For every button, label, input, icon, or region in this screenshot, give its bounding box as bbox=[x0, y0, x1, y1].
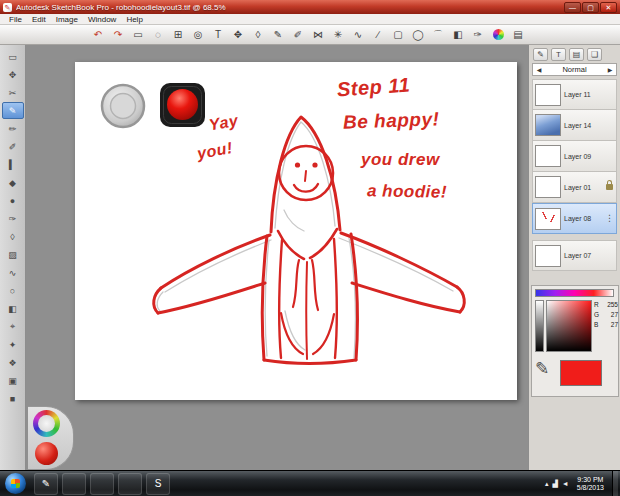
workspace: ▭✥✂✎✏✐▍◆●✑◊▨∿○◧⌖✦❖▣■ bbox=[0, 45, 620, 470]
menu-file[interactable]: File bbox=[4, 15, 27, 24]
pen-icon[interactable]: ✐ bbox=[288, 26, 308, 43]
tool-ballpoint[interactable]: ● bbox=[2, 192, 24, 209]
tool-eyedropper[interactable]: ⌖ bbox=[2, 318, 24, 335]
layer-row[interactable]: Layer 11 ⋮ bbox=[532, 79, 617, 110]
symmetry-y-icon[interactable]: ✳ bbox=[328, 26, 348, 43]
tool-chisel[interactable]: ◆ bbox=[2, 174, 24, 191]
layer-row[interactable]: Layer 08 ⋮ bbox=[532, 203, 617, 234]
tool-custom-2[interactable]: ❖ bbox=[2, 354, 24, 371]
tool-swatch[interactable]: ■ bbox=[2, 390, 24, 407]
text-panel-icon[interactable]: T bbox=[551, 48, 566, 61]
saturation-value-picker[interactable] bbox=[546, 300, 592, 352]
layer-thumbnail[interactable] bbox=[535, 145, 561, 167]
curve-icon[interactable]: ⌒ bbox=[428, 26, 448, 43]
menu-image[interactable]: Image bbox=[51, 15, 83, 24]
layer-options-icon[interactable]: ⋮ bbox=[605, 214, 614, 223]
move-icon[interactable]: ✥ bbox=[228, 26, 248, 43]
marquee-select-icon[interactable]: ▭ bbox=[128, 26, 148, 43]
current-color-swatch[interactable] bbox=[560, 360, 602, 386]
drawing-canvas[interactable]: Step 11 Be happy! you drew a hoodie! Yay… bbox=[75, 62, 517, 400]
skype-icon[interactable]: S bbox=[146, 473, 170, 495]
sketchbook-app-icon[interactable]: ✎ bbox=[34, 473, 58, 495]
tool-selection[interactable]: ▭ bbox=[2, 48, 24, 65]
menu-window[interactable]: Window bbox=[83, 15, 121, 24]
show-desktop-button[interactable] bbox=[612, 471, 618, 496]
media-player-icon[interactable] bbox=[118, 473, 142, 495]
fill-icon[interactable]: ◧ bbox=[448, 26, 468, 43]
tool-felt-pen[interactable]: ✑ bbox=[2, 210, 24, 227]
layer-thumbnail[interactable] bbox=[535, 84, 561, 106]
steady-stroke-icon[interactable]: ∿ bbox=[348, 26, 368, 43]
layer-thumbnail[interactable] bbox=[535, 245, 561, 267]
tool-marker[interactable]: ▍ bbox=[2, 156, 24, 173]
smiley-eyes bbox=[295, 162, 318, 167]
layer-menu-icon[interactable]: ❏ bbox=[587, 48, 602, 61]
brush-puck[interactable] bbox=[35, 442, 58, 465]
crop-icon[interactable]: ⊞ bbox=[168, 26, 188, 43]
tool-brush[interactable]: ✎ bbox=[2, 102, 24, 119]
layer-thumbnail[interactable] bbox=[535, 176, 561, 198]
layer-row[interactable]: Layer 09 ⋮ bbox=[532, 141, 617, 172]
layer-row[interactable]: Layer 07 ⋮ bbox=[532, 240, 617, 271]
menu-help[interactable]: Help bbox=[121, 15, 147, 24]
network-icon[interactable]: ▟ bbox=[552, 480, 557, 488]
hidden-icons-button[interactable]: ▴ bbox=[545, 480, 549, 488]
lasso-select-icon[interactable]: ◌ bbox=[148, 26, 168, 43]
redo-icon[interactable]: ↷ bbox=[108, 26, 128, 43]
color-ball-icon[interactable]: ● bbox=[488, 26, 508, 43]
titlebar[interactable]: ✎ Autodesk SketchBook Pro - robohoodiela… bbox=[0, 0, 620, 14]
system-tray: ▴ ▟ ◄ 9:30 PM 5/8/2013 bbox=[545, 471, 620, 496]
tool-smear[interactable]: ∿ bbox=[2, 264, 24, 281]
start-button[interactable] bbox=[5, 473, 26, 494]
layer-row[interactable]: Layer 01 ⋮ bbox=[532, 172, 617, 203]
menu-edit[interactable]: Edit bbox=[27, 15, 51, 24]
layer-name: Layer 11 bbox=[564, 91, 614, 98]
window-controls: — ▢ ✕ bbox=[564, 2, 617, 13]
minimize-button[interactable]: — bbox=[564, 2, 581, 13]
hue-slider[interactable] bbox=[535, 289, 614, 297]
layer-thumbnail[interactable] bbox=[535, 208, 561, 230]
layer-row[interactable]: Layer 14 ⋮ bbox=[532, 110, 617, 141]
volume-icon[interactable]: ◄ bbox=[562, 480, 569, 487]
blend-mode-label[interactable]: Normal bbox=[545, 65, 604, 74]
tool-blur[interactable]: ○ bbox=[2, 282, 24, 299]
brush-settings-icon[interactable]: ✎ bbox=[533, 48, 548, 61]
taskbar-clock[interactable]: 9:30 PM 5/8/2013 bbox=[573, 476, 608, 492]
text-tool-icon[interactable]: T bbox=[208, 26, 228, 43]
luminance-slider[interactable] bbox=[535, 300, 544, 352]
tool-fill[interactable]: ◧ bbox=[2, 300, 24, 317]
tool-custom-1[interactable]: ✦ bbox=[2, 336, 24, 353]
rectangle-icon[interactable]: ▢ bbox=[388, 26, 408, 43]
flipbook-icon[interactable]: ▤ bbox=[569, 48, 584, 61]
zoom-icon[interactable]: ◎ bbox=[188, 26, 208, 43]
ellipse-icon[interactable]: ◯ bbox=[408, 26, 428, 43]
clock-date: 5/8/2013 bbox=[577, 484, 604, 492]
tool-airbrush[interactable]: ✐ bbox=[2, 138, 24, 155]
layer-name: Layer 09 bbox=[564, 153, 614, 160]
color-wheel-puck[interactable] bbox=[33, 410, 60, 437]
canvas-area: Step 11 Be happy! you drew a hoodie! Yay… bbox=[26, 45, 528, 470]
tool-custom-3[interactable]: ▣ bbox=[2, 372, 24, 389]
undo-icon[interactable]: ↶ bbox=[88, 26, 108, 43]
maximize-button[interactable]: ▢ bbox=[582, 2, 599, 13]
firefox-icon[interactable] bbox=[62, 473, 86, 495]
layer-name: Layer 01 bbox=[564, 184, 603, 191]
line-icon[interactable]: ∕ bbox=[368, 26, 388, 43]
tool-eraser-hard[interactable]: ▨ bbox=[2, 246, 24, 263]
brush-palette-icon[interactable]: ▤ bbox=[508, 26, 528, 43]
eraser-icon[interactable]: ◊ bbox=[248, 26, 268, 43]
pencil-icon[interactable]: ✎ bbox=[268, 26, 288, 43]
blend-next-button[interactable]: ▶ bbox=[604, 66, 616, 73]
blend-prev-button[interactable]: ◀ bbox=[533, 66, 545, 73]
tool-move[interactable]: ✥ bbox=[2, 66, 24, 83]
tool-pencil[interactable]: ✏ bbox=[2, 120, 24, 137]
tool-crop[interactable]: ✂ bbox=[2, 84, 24, 101]
tool-eraser-soft[interactable]: ◊ bbox=[2, 228, 24, 245]
hoodie-drawing bbox=[75, 62, 517, 400]
layer-thumbnail[interactable] bbox=[535, 114, 561, 136]
symmetry-x-icon[interactable]: ⋈ bbox=[308, 26, 328, 43]
close-button[interactable]: ✕ bbox=[600, 2, 617, 13]
explorer-folder-icon[interactable] bbox=[90, 473, 114, 495]
brush-editor-icon[interactable]: ✑ bbox=[468, 26, 488, 43]
pencil-mode-icon[interactable]: ✎ bbox=[535, 358, 549, 379]
